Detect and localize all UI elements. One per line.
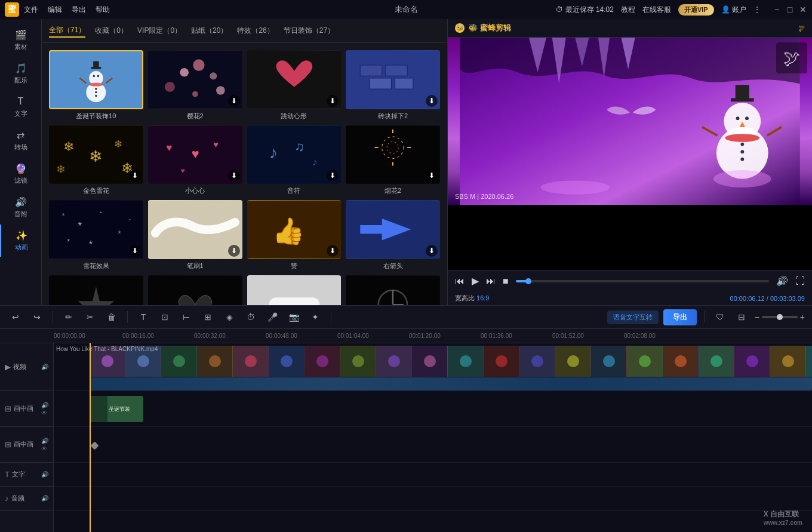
shield-button[interactable]: 🛡 bbox=[712, 309, 728, 325]
zoom-in-button[interactable]: + bbox=[800, 312, 805, 322]
next-frame-button[interactable]: ⏭ bbox=[486, 276, 496, 287]
more-options[interactable]: ⋮ bbox=[753, 5, 761, 14]
voice-text-button[interactable]: 语音文字互转 bbox=[607, 310, 659, 324]
playhead[interactable] bbox=[90, 343, 91, 532]
menu-file[interactable]: 文件 bbox=[24, 5, 38, 15]
menu-help[interactable]: 帮助 bbox=[96, 5, 110, 15]
tab-all[interactable]: 全部（71） bbox=[49, 24, 85, 38]
media-item-14[interactable]: ⬇ bbox=[148, 275, 242, 305]
svg-point-79 bbox=[725, 134, 759, 142]
sidebar-item-animation[interactable]: ✨ 动画 bbox=[0, 225, 41, 257]
preview-title: 🐝 🐝 蜜蜂剪辑 bbox=[455, 23, 511, 33]
vip-button[interactable]: 开通VIP bbox=[678, 4, 714, 16]
download-btn-2[interactable]: ⬇ bbox=[228, 95, 240, 107]
crop-button[interactable]: ⊟ bbox=[733, 309, 750, 325]
magic-button[interactable]: ✦ bbox=[307, 309, 324, 325]
watermark-title: X 自由互联 bbox=[764, 509, 802, 519]
media-item-2[interactable]: ⬇ 樱花2 bbox=[148, 50, 242, 121]
video-mute-button[interactable]: 🔊 bbox=[41, 364, 48, 370]
pip1-track-label: 画中画 bbox=[14, 404, 33, 413]
sidebar-item-text[interactable]: T 文字 bbox=[0, 91, 41, 123]
download-btn-11[interactable]: ⬇ bbox=[327, 245, 339, 257]
menu-export[interactable]: 导出 bbox=[72, 5, 86, 15]
download-btn-6[interactable]: ⬇ bbox=[228, 170, 240, 182]
media-item-11[interactable]: 👍 ⬇ 赞 bbox=[247, 200, 342, 270]
pip1-eye-btn[interactable]: 👁 bbox=[41, 410, 48, 416]
tutorial-link[interactable]: 教程 bbox=[621, 5, 635, 15]
combine-button[interactable]: ⊞ bbox=[199, 309, 216, 325]
media-item-16[interactable]: ⬇ bbox=[346, 275, 440, 305]
pip2-track-row bbox=[54, 427, 812, 463]
text-vol-btn[interactable]: 🔊 bbox=[41, 471, 48, 478]
media-item-4[interactable]: ⬇ 砖块掉下2 bbox=[346, 50, 440, 121]
sidebar-item-material[interactable]: 🎬 素材 bbox=[0, 24, 41, 56]
draw-tool-button[interactable]: ✏ bbox=[60, 309, 77, 325]
media-item-1[interactable]: 圣诞节装饰10 bbox=[49, 50, 143, 121]
play-button[interactable]: ▶ bbox=[472, 275, 479, 287]
download-btn-4[interactable]: ⬇ bbox=[426, 95, 438, 107]
timeline-ruler: 00:00:00.00 00:00:16.00 00:00:32.00 00:0… bbox=[0, 329, 812, 343]
download-btn-3[interactable]: ⬇ bbox=[327, 95, 339, 107]
download-btn-5[interactable]: ⬇ bbox=[129, 170, 141, 182]
delete-button[interactable]: 🗑 bbox=[103, 309, 120, 325]
track-area[interactable]: How You Like That - BLACKPINK.mp4 bbox=[54, 343, 812, 532]
zoom-out-button[interactable]: − bbox=[755, 312, 759, 322]
media-item-10[interactable]: ⬇ 笔刷1 bbox=[148, 200, 242, 270]
media-item-9[interactable]: * * * * * * * ⬇ 雪花效果 bbox=[49, 200, 143, 270]
redo-button[interactable]: ↪ bbox=[29, 309, 45, 325]
pip2-vol-btn[interactable]: 🔊 bbox=[41, 438, 48, 444]
split-button[interactable]: ⊢ bbox=[178, 309, 195, 325]
account-link[interactable]: 👤 账户 bbox=[721, 5, 746, 15]
tab-sticker[interactable]: 贴纸（20） bbox=[191, 24, 227, 37]
vthumb-6 bbox=[269, 346, 304, 377]
media-item-3[interactable]: ⬇ 跳动心形 bbox=[247, 50, 342, 121]
mic-button[interactable]: 🎤 bbox=[264, 309, 281, 325]
progress-bar[interactable] bbox=[516, 280, 769, 282]
close-button[interactable]: ✕ bbox=[799, 5, 807, 14]
download-btn-12[interactable]: ⬇ bbox=[426, 245, 438, 257]
zoom-slider[interactable] bbox=[762, 316, 798, 318]
media-item-12[interactable]: ⬇ 右箭头 bbox=[346, 200, 440, 270]
sidebar-item-transition[interactable]: ⇄ 转场 bbox=[0, 124, 41, 156]
media-item-15[interactable]: ⬇ bbox=[247, 275, 342, 305]
timer-button[interactable]: ⏱ bbox=[242, 309, 259, 325]
media-item-6[interactable]: ♥ ♥ ♥ ♥ ⬇ 小心心 bbox=[148, 125, 242, 196]
sidebar-item-music[interactable]: 🎵 配乐 bbox=[0, 57, 41, 90]
media-grid: 圣诞节装饰10 ⬇ 樱花2 bbox=[42, 43, 447, 305]
pip1-content[interactable]: 圣诞节装 bbox=[90, 396, 143, 422]
tab-favorite[interactable]: 收藏（0） bbox=[95, 24, 128, 37]
stop-button[interactable]: ■ bbox=[503, 276, 509, 287]
tab-holiday[interactable]: 节日装饰（27） bbox=[284, 24, 334, 37]
align-tool-button[interactable]: ⊡ bbox=[156, 309, 173, 325]
menu-edit[interactable]: 编辑 bbox=[48, 5, 62, 15]
prev-frame-button[interactable]: ⏮ bbox=[455, 276, 465, 287]
media-item-8[interactable]: ⬇ 烟花2 bbox=[346, 125, 440, 196]
volume-button[interactable]: 🔊 bbox=[776, 275, 788, 287]
material-icon: 🎬 bbox=[15, 29, 27, 41]
camera-button[interactable]: 📷 bbox=[285, 309, 302, 325]
sidebar-item-audio[interactable]: 🔊 音附 bbox=[0, 191, 41, 223]
sidebar-item-filter[interactable]: 🔮 滤镜 bbox=[0, 158, 41, 190]
undo-button[interactable]: ↩ bbox=[7, 309, 24, 325]
audio-vol-btn[interactable]: 🔊 bbox=[41, 495, 48, 502]
download-btn-10[interactable]: ⬇ bbox=[228, 245, 240, 257]
sticker-button[interactable]: ◈ bbox=[221, 309, 238, 325]
fullscreen-button[interactable]: ⛶ bbox=[795, 276, 805, 287]
media-item-7[interactable]: ♪ ♫ ♪ ⬇ 音符 bbox=[247, 125, 342, 196]
track-label-pip1: ⊞ 画中画 🔊 👁 bbox=[0, 391, 53, 427]
cut-button[interactable]: ✂ bbox=[82, 309, 99, 325]
text-tool-button[interactable]: T bbox=[135, 309, 152, 325]
tab-vip[interactable]: VIP限定（0） bbox=[137, 24, 182, 37]
minimize-button[interactable]: − bbox=[773, 5, 781, 14]
pip2-eye-btn[interactable]: 👁 bbox=[41, 445, 48, 452]
export-button[interactable]: 导出 bbox=[663, 309, 697, 325]
media-item-13[interactable]: ⬇ bbox=[49, 275, 143, 305]
svg-rect-64 bbox=[269, 297, 319, 305]
pip1-vol-btn[interactable]: 🔊 bbox=[41, 402, 48, 408]
download-btn-9[interactable]: ⬇ bbox=[129, 245, 141, 257]
support-link[interactable]: 在线客服 bbox=[642, 5, 671, 15]
maximize-button[interactable]: □ bbox=[786, 5, 794, 14]
media-item-5[interactable]: ❄ ❄ ❄ ❄ ❄ ⬇ 金色雪花 bbox=[49, 125, 143, 196]
tab-effect[interactable]: 特效（26） bbox=[237, 24, 273, 37]
video-thumb-strip[interactable] bbox=[90, 346, 812, 377]
